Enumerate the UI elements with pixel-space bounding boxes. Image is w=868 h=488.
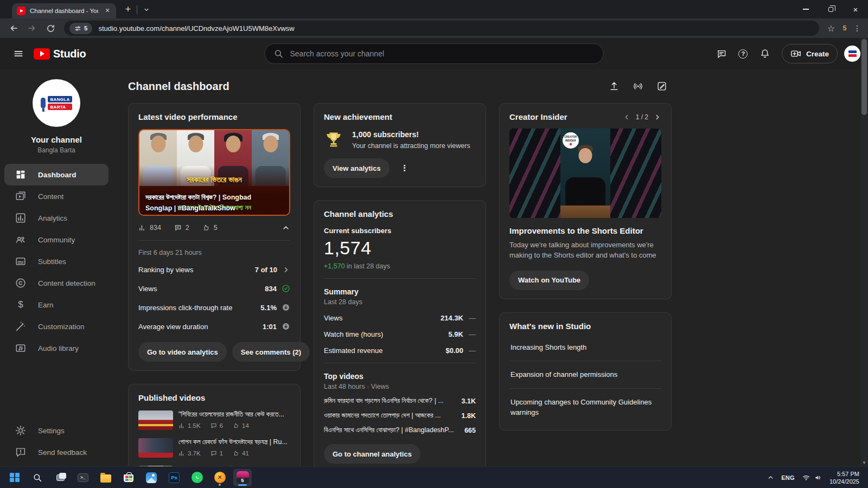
channel-search-box[interactable] (265, 43, 604, 64)
published-video-row[interactable]: গোপন কল রেকর্ডে ফাঁস উপদেষ্টাদের ষড়যন্ত… (138, 438, 290, 458)
profile-badge[interactable]: 5 (839, 24, 851, 32)
sidebar-item-earn[interactable]: $ Earn (4, 294, 108, 316)
back-button[interactable] (5, 20, 22, 36)
windows-logo-icon (10, 473, 20, 483)
terminal-button[interactable]: >_ (74, 469, 92, 486)
go-live-icon[interactable] (628, 76, 648, 96)
chevron-left-icon[interactable] (623, 113, 630, 121)
top-video-row[interactable]: ওয়াকার জামানের পদত্যাগে তোলপাড় দেশ | আ… (324, 412, 476, 420)
sidebar-item-analytics[interactable]: Analytics (4, 207, 108, 229)
sidebar-footer: Settings Send feedback (0, 420, 113, 466)
card-buttons: Watch on YouTube (509, 271, 661, 290)
studio-logo[interactable]: Studio (34, 48, 86, 60)
hamburger-menu-icon[interactable] (8, 43, 29, 65)
window-close-button[interactable]: × (843, 0, 868, 18)
sidebar-item-subtitles[interactable]: Subtitles (4, 251, 108, 272)
whatsapp-button[interactable] (188, 469, 206, 486)
view-analytics-button[interactable]: View analytics (324, 158, 390, 178)
whats-new-item[interactable]: Expansion of channel permissions (509, 361, 661, 389)
sidebar-item-content-detection[interactable]: Content detection (4, 272, 108, 294)
card-buttons: Go to channel analytics (324, 444, 476, 464)
latest-video-thumbnail[interactable]: সরকারের ভিতরে ভাঙন সরকারের উপদেষ্টারা বি… (138, 129, 290, 216)
collapse-chevron-icon[interactable] (282, 223, 290, 232)
top-video-row[interactable]: বিএনপির সাথে এনসিপির বোঝাপড়া? | #Bangla… (324, 426, 476, 434)
feedback-icon[interactable] (711, 43, 732, 64)
views-count: 3.7K (188, 450, 201, 457)
page-scrollbar[interactable]: ▼ (860, 38, 868, 466)
taskbar-search-button[interactable] (28, 469, 47, 486)
scrollbar-thumb[interactable] (861, 39, 867, 115)
photoshop-button[interactable]: Ps (165, 469, 183, 486)
tab-close-icon[interactable]: × (103, 6, 112, 16)
start-button[interactable] (5, 469, 24, 486)
creator-insider-thumbnail[interactable]: CREATOR INSIDER (509, 129, 661, 218)
whats-new-card: What's new in Studio Increasing Shorts l… (499, 312, 672, 431)
column-1: Latest video performance সরকারের ভিতরে ভ… (128, 103, 301, 466)
clock-date: 10/24/2025 (829, 478, 859, 485)
tray-status-icons[interactable] (802, 474, 822, 481)
language-indicator[interactable]: ENG (781, 474, 795, 481)
site-permissions-chip[interactable]: 5 (69, 23, 92, 34)
taskbar-clock[interactable]: 5:57 PM 10/24/2025 (829, 470, 859, 485)
tray-chevron-up-icon[interactable] (767, 474, 774, 481)
see-comments-button[interactable]: See comments (2) (232, 342, 310, 362)
studio-body: BANGLA BARTA Your channel Bangla Barta D… (0, 69, 868, 466)
window-minimize-button[interactable] (793, 0, 818, 18)
trend-dash: — (469, 314, 476, 322)
reload-button[interactable] (42, 20, 59, 36)
browser-menu-icon[interactable]: ⋮ (851, 24, 864, 33)
subtitles-icon (15, 255, 27, 267)
notifications-bell-icon[interactable] (755, 43, 775, 64)
bookmark-star-icon[interactable]: ☆ (824, 23, 839, 34)
summary-value: 5.9K (449, 330, 463, 338)
metric-row-ranking[interactable]: Ranking by views 7 of 10 (138, 264, 290, 275)
sidebar-item-settings[interactable]: Settings (4, 420, 108, 441)
microsoft-store-button[interactable] (119, 469, 138, 486)
scrollbar-down-arrow-icon[interactable]: ▼ (860, 460, 868, 466)
file-explorer-button[interactable] (97, 469, 115, 486)
x-app-button[interactable]: ✕ (210, 469, 229, 486)
address-bar[interactable]: 5 studio.youtube.com/channel/UCDndvzeAjo… (64, 21, 819, 36)
top-video-row[interactable]: রুমিন ফারহানা বাদ পড়লেন বিএনপির নির্বাচ… (324, 397, 476, 405)
sidebar-item-content[interactable]: Content (4, 185, 108, 207)
url-text[interactable]: studio.youtube.com/channel/UCDndvzeAjoW1… (98, 24, 294, 33)
sidebar-item-community[interactable]: Community (4, 229, 108, 251)
channel-avatar[interactable]: BANGLA BARTA (33, 79, 80, 127)
browser-tab[interactable]: Channel dashboard - YouTube S × (12, 3, 116, 18)
upload-video-icon[interactable] (604, 76, 624, 96)
edit-pencil-icon[interactable] (652, 76, 672, 96)
go-to-channel-analytics-button[interactable]: Go to channel analytics (324, 444, 420, 464)
tab-list-chevron-icon[interactable] (139, 3, 154, 17)
go-to-video-analytics-button[interactable]: Go to video analytics (138, 342, 227, 362)
task-view-button[interactable] (51, 469, 69, 486)
watch-on-youtube-button[interactable]: Watch on YouTube (509, 271, 589, 290)
published-video-row[interactable]: দুই নেতার মুখোমুখি বিতর্ক: নির্বাচনে আওয… (138, 466, 290, 466)
account-avatar[interactable] (844, 46, 860, 62)
chevron-right-icon[interactable] (654, 113, 661, 121)
published-video-row[interactable]: "শিবিরের ওয়েলফেয়ার রাজনীতি আর কেউ করতে… (138, 410, 290, 430)
sidebar-item-send-feedback[interactable]: Send feedback (4, 441, 108, 463)
photos-button[interactable] (142, 469, 161, 486)
performance-period: First 6 days 21 hours (138, 249, 290, 256)
search-input[interactable] (290, 49, 595, 58)
new-tab-button[interactable]: + (120, 2, 136, 17)
help-icon[interactable]: ? (733, 43, 754, 64)
more-options-kebab-icon[interactable]: ⋮ (400, 166, 409, 170)
insider-video-title: Improvements to the Shorts Editor (509, 226, 661, 235)
whats-new-item[interactable]: Upcoming changes to Community Guidelines… (509, 389, 661, 421)
metric-label: Views (138, 285, 265, 293)
sidebar-item-customization[interactable]: Customization (4, 316, 108, 337)
delta-suffix: in last 28 days (345, 262, 390, 270)
comment-icon (174, 224, 182, 232)
active-browser-button[interactable]: 5 (233, 469, 252, 486)
sidebar-item-dashboard[interactable]: Dashboard (4, 164, 108, 185)
page-header: Channel dashboard (128, 69, 672, 103)
sidebar-item-audio-library[interactable]: Audio library (4, 337, 108, 359)
forward-button[interactable] (24, 20, 40, 36)
site-chip-badge: 5 (84, 25, 87, 31)
whats-new-item[interactable]: Increasing Shorts length (509, 334, 661, 362)
create-button[interactable]: Create (782, 44, 838, 63)
summary-period: Last 28 days (324, 298, 476, 306)
window-restore-button[interactable] (818, 0, 843, 18)
metric-row-avd: Average view duration 1:01 (138, 320, 290, 332)
